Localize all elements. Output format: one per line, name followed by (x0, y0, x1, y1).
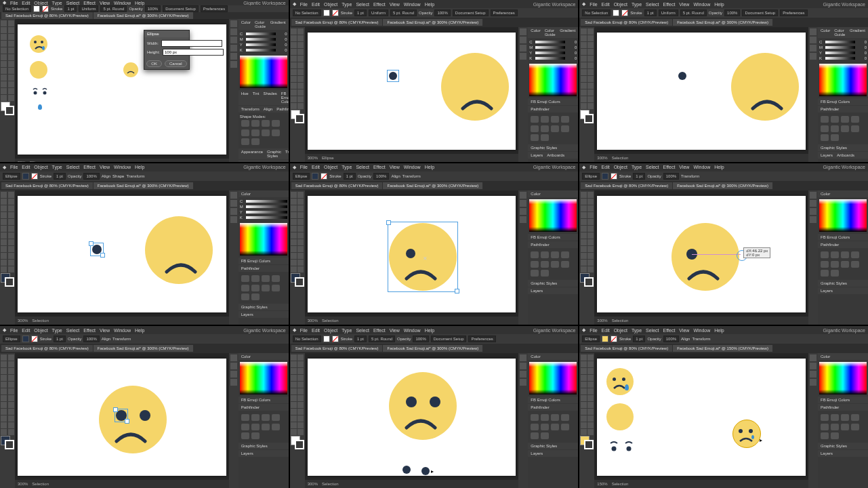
tool-icon[interactable] (291, 62, 297, 68)
align-tab[interactable]: Align (264, 107, 272, 111)
tool-icon[interactable] (297, 35, 304, 41)
doc-setup-button[interactable]: Document Setup (453, 9, 489, 16)
graphicstyles-tab[interactable]: Graphic Styles (531, 146, 557, 150)
c-value[interactable]: 0 (278, 32, 287, 36)
outline-icon[interactable] (241, 138, 249, 145)
slice-tool-icon[interactable] (8, 88, 14, 94)
tool-icon[interactable] (291, 103, 297, 109)
stroke-swatch[interactable] (332, 9, 339, 16)
transparency-tab[interactable]: Transparency (285, 150, 289, 158)
width-tool-icon[interactable] (8, 61, 14, 67)
ellipse-tool-icon[interactable] (8, 41, 14, 47)
artboard[interactable]: dX:46.22 pxdY:0 px (597, 196, 806, 313)
pathfinder-tab[interactable]: Pathfinder (276, 107, 289, 111)
m-slider[interactable] (246, 38, 276, 41)
menu-file[interactable]: File (10, 1, 18, 5)
tool-icon[interactable] (291, 42, 297, 48)
menu-help[interactable]: Help (135, 1, 144, 5)
tool-icon[interactable] (297, 103, 304, 109)
opacity-value[interactable]: 100% (434, 9, 450, 16)
color-panel-tab[interactable]: Color (531, 28, 540, 37)
transform-tab[interactable]: Transform (241, 107, 260, 111)
tool-icon[interactable] (291, 96, 297, 102)
magic-wand-icon[interactable] (1, 27, 7, 33)
artboard[interactable] (18, 359, 226, 476)
prefs-button[interactable]: Preferences (491, 9, 518, 16)
selection-handles[interactable] (115, 409, 128, 422)
eyedropper-icon[interactable] (8, 75, 14, 81)
fill-stroke-control[interactable] (291, 110, 304, 123)
artboard[interactable] (308, 33, 516, 150)
panel-icon[interactable] (230, 45, 237, 52)
menu-select[interactable]: Select (66, 1, 79, 5)
artboard-tool-icon[interactable] (1, 88, 7, 94)
tool-icon[interactable] (297, 28, 304, 35)
shape-builder-icon[interactable] (8, 68, 14, 74)
tool-icon[interactable] (291, 89, 297, 96)
selection-tool-icon[interactable] (1, 20, 7, 26)
tool-icon[interactable] (291, 83, 297, 89)
menubar[interactable]: ◆ FileEditObjectTypeSelectEffectViewWind… (290, 0, 579, 8)
color-panel-tab[interactable]: Color (241, 20, 251, 28)
menubar[interactable]: ◆FileEditObjectTypeSelectEffectViewWindo… (579, 326, 868, 334)
workspace-switcher[interactable]: Gigantic Workspace (533, 2, 576, 7)
stroke-weight[interactable]: 1 pt (64, 5, 77, 12)
artboards-tab[interactable]: Artboards (257, 161, 275, 162)
tool-icon[interactable] (297, 42, 304, 48)
selection-handles[interactable] (387, 70, 399, 82)
menu-object[interactable]: Object (34, 1, 47, 5)
rotate-tool-icon[interactable] (8, 54, 14, 60)
shade-tab[interactable]: Shades (263, 92, 276, 104)
menu-view[interactable]: View (390, 2, 400, 7)
tint-tab[interactable]: Tint (253, 92, 260, 104)
tool-icon[interactable] (297, 49, 304, 55)
menu-window[interactable]: Window (114, 1, 131, 5)
menubar[interactable]: ◆FileEditObjectTypeSelectEffectViewWindo… (0, 163, 289, 171)
tool-icon[interactable] (297, 89, 304, 96)
trim-icon[interactable] (251, 129, 260, 136)
panel-icon[interactable] (230, 28, 237, 35)
dialog-width-input[interactable] (161, 40, 222, 47)
gradient-tab[interactable]: Gradient (560, 28, 575, 37)
artboard[interactable]: Ellipse Width: Height: OK Cancel (18, 24, 226, 155)
tab-doc1[interactable]: Sad Facebook Emoji @ 80% (CMYK/Preview) (291, 19, 383, 26)
menu-effect[interactable]: Effect (83, 1, 96, 5)
gradient-tab[interactable]: Gradient (270, 20, 286, 28)
tool-icon[interactable] (291, 28, 297, 35)
menubar[interactable]: ◆FileEditObjectTypeSelectEffectViewWindo… (579, 0, 868, 8)
minus-back-icon[interactable] (251, 138, 260, 145)
stroke-swatch[interactable] (42, 5, 49, 12)
tool-icon[interactable] (297, 69, 304, 75)
zoom-level[interactable]: 80% (18, 161, 26, 162)
tool-icon[interactable] (291, 56, 297, 62)
menu-object[interactable]: Object (324, 2, 337, 7)
merge-icon[interactable] (262, 129, 270, 136)
panel-icon[interactable] (230, 37, 237, 43)
minus-front-icon[interactable] (251, 120, 260, 127)
workspace-switcher[interactable]: Gigantic Workspace (243, 1, 286, 5)
free-transform-icon[interactable] (1, 68, 7, 74)
menubar[interactable]: ◆FileEditObjectTypeSelectEffectViewWindo… (290, 326, 579, 334)
stroke-profile[interactable]: Uniform (79, 5, 98, 12)
zoom-level[interactable]: 300% (308, 156, 318, 160)
tab-doc2[interactable]: Facebook Sad Emoji.ai* @ 300% (CMYK/Prev… (383, 19, 482, 26)
stroke-profile[interactable]: Uniform (369, 9, 388, 16)
panel-icon[interactable] (520, 45, 526, 52)
color-spectrum[interactable] (529, 64, 577, 96)
menubar[interactable]: ◆FileEditObjectTypeSelectEffectViewWindo… (579, 163, 868, 171)
menu-type[interactable]: Type (342, 2, 352, 7)
menubar[interactable]: ◆FileEditObjectTypeSelectEffectViewWindo… (290, 163, 579, 171)
unite-icon[interactable] (241, 120, 249, 127)
menu-type[interactable]: Type (52, 1, 62, 5)
tool-icon[interactable] (297, 83, 304, 89)
tool-icon[interactable] (291, 69, 297, 75)
direct-select-icon[interactable] (8, 20, 14, 26)
y-slider[interactable] (246, 43, 276, 46)
doc-setup-button[interactable]: Document Setup (163, 5, 199, 12)
menu-effect[interactable]: Effect (373, 2, 386, 7)
tab-doc1[interactable]: Sad Facebook Emoji @ 80% (CMYK/Preview) (1, 12, 93, 19)
layers-tab[interactable]: Layers (241, 161, 253, 162)
fill-swatch[interactable] (323, 9, 330, 16)
artboard[interactable] (597, 33, 806, 150)
tool-icon[interactable] (297, 76, 304, 82)
